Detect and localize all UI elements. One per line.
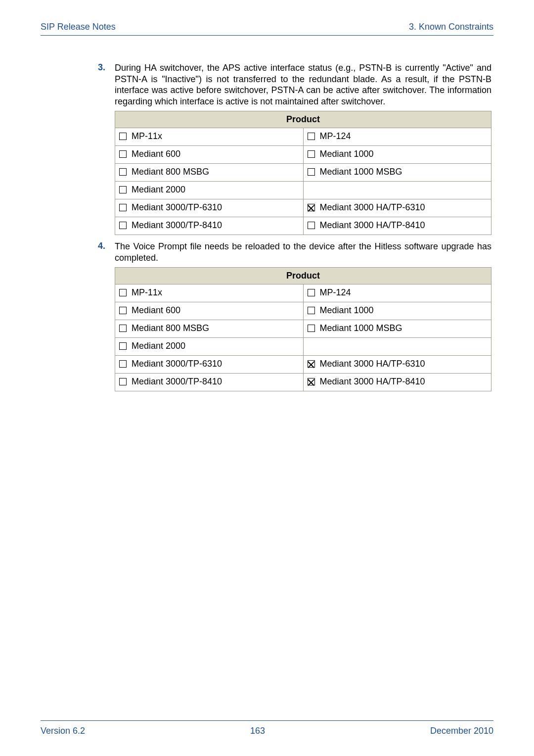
product-label: Mediant 2000 [132,185,185,195]
product-label: MP-124 [320,131,351,142]
checkbox-icon [119,222,127,229]
footer-version: Version 6.2 [41,726,85,736]
product-label: MP-124 [320,287,351,298]
table-row: Mediant 600Mediant 1000 [115,146,491,164]
footer-divider [41,720,493,721]
table-header: Product [115,268,491,284]
table-header: Product [115,111,491,128]
table-cell: Mediant 600 [115,146,304,164]
header-left: SIP Release Notes [41,22,116,32]
product-label: MP-11x [132,287,162,298]
table-cell: Mediant 3000 HA/TP-6310 [303,356,491,374]
table-row: Mediant 2000 [115,338,491,356]
checkbox-icon [119,342,127,350]
checkbox-icon [119,186,127,193]
checkbox-icon [119,289,127,296]
checkbox-icon [119,150,127,158]
table-cell: Mediant 1000 [303,146,491,164]
table-row: Mediant 600Mediant 1000 [115,302,491,320]
checkbox-icon [308,168,315,176]
footer-page-number: 163 [250,726,265,736]
checkbox-icon [119,307,127,314]
checkbox-icon [308,325,315,332]
product-label: Mediant 1000 MSBG [320,167,402,177]
checkbox-icon [119,378,127,385]
table-cell: Mediant 1000 MSBG [303,164,491,182]
product-label: Mediant 3000 HA/TP-6310 [320,359,425,369]
checkbox-icon [119,204,127,211]
product-label: Mediant 600 [132,149,180,159]
table-cell: Mediant 800 MSBG [115,320,304,338]
table-cell: Mediant 600 [115,302,304,320]
checkbox-icon [308,289,315,296]
table-row: Mediant 800 MSBGMediant 1000 MSBG [115,320,491,338]
table-cell: Mediant 2000 [115,182,304,199]
product-label: Mediant 600 [132,305,180,316]
table-cell [303,338,491,356]
product-label: Mediant 800 MSBG [132,323,209,333]
product-table: ProductMP-11xMP-124Mediant 600Mediant 10… [115,267,491,391]
product-label: Mediant 3000/TP-6310 [132,359,222,369]
table-cell: Mediant 3000 HA/TP-6310 [303,199,491,217]
table-cell: MP-11x [115,284,304,302]
checkbox-icon [308,378,315,385]
table-cell: MP-124 [303,128,491,146]
checkbox-icon [119,168,127,176]
product-label: Mediant 3000/TP-6310 [132,202,222,213]
product-label: Mediant 1000 MSBG [320,323,402,333]
product-label: MP-11x [132,131,162,142]
checkbox-icon [308,360,315,368]
table-row: Mediant 3000/TP-8410Mediant 3000 HA/TP-8… [115,374,491,391]
table-row: MP-11xMP-124 [115,284,491,302]
table-cell: Mediant 3000 HA/TP-8410 [303,217,491,235]
product-label: Mediant 2000 [132,341,185,351]
table-row: Mediant 3000/TP-8410Mediant 3000 HA/TP-8… [115,217,491,235]
product-label: Mediant 1000 [320,149,374,159]
list-number: 4. [98,241,115,263]
table-row: Mediant 3000/TP-6310Mediant 3000 HA/TP-6… [115,356,491,374]
checkbox-icon [308,133,315,140]
product-label: Mediant 3000 HA/TP-8410 [320,377,425,387]
page-footer: Version 6.2 163 December 2010 [41,720,493,736]
table-cell: Mediant 1000 MSBG [303,320,491,338]
list-number: 3. [98,62,115,107]
table-cell: Mediant 3000/TP-8410 [115,374,304,391]
checkbox-icon [119,360,127,368]
table-cell: MP-124 [303,284,491,302]
table-cell: Mediant 3000/TP-8410 [115,217,304,235]
table-cell: Mediant 3000/TP-6310 [115,356,304,374]
product-label: Mediant 3000 HA/TP-6310 [320,202,425,213]
checkbox-icon [119,325,127,332]
table-cell: Mediant 3000/TP-6310 [115,199,304,217]
product-table: ProductMP-11xMP-124Mediant 600Mediant 10… [115,111,491,235]
checkbox-icon [308,222,315,229]
product-label: Mediant 1000 [320,305,374,316]
checkbox-icon [308,204,315,211]
product-label: Mediant 3000/TP-8410 [132,220,222,231]
product-label: Mediant 3000 HA/TP-8410 [320,220,425,231]
table-cell: Mediant 2000 [115,338,304,356]
table-cell: Mediant 3000 HA/TP-8410 [303,374,491,391]
table-cell: Mediant 1000 [303,302,491,320]
table-row: Mediant 800 MSBGMediant 1000 MSBG [115,164,491,182]
checkbox-icon [119,133,127,140]
table-cell [303,182,491,199]
table-row: MP-11xMP-124 [115,128,491,146]
product-label: Mediant 800 MSBG [132,167,209,177]
page-header: SIP Release Notes 3. Known Constraints [41,22,493,36]
checkbox-icon [308,150,315,158]
product-label: Mediant 3000/TP-8410 [132,377,222,387]
table-row: Mediant 2000 [115,182,491,199]
footer-date: December 2010 [430,726,493,736]
list-text: The Voice Prompt file needs be reloaded … [115,241,491,263]
page-content: 3.During HA switchover, the APS active i… [41,36,493,391]
header-right: 3. Known Constraints [409,22,493,32]
table-cell: MP-11x [115,128,304,146]
table-cell: Mediant 800 MSBG [115,164,304,182]
list-text: During HA switchover, the APS active int… [115,62,491,107]
checkbox-icon [308,307,315,314]
table-row: Mediant 3000/TP-6310Mediant 3000 HA/TP-6… [115,199,491,217]
